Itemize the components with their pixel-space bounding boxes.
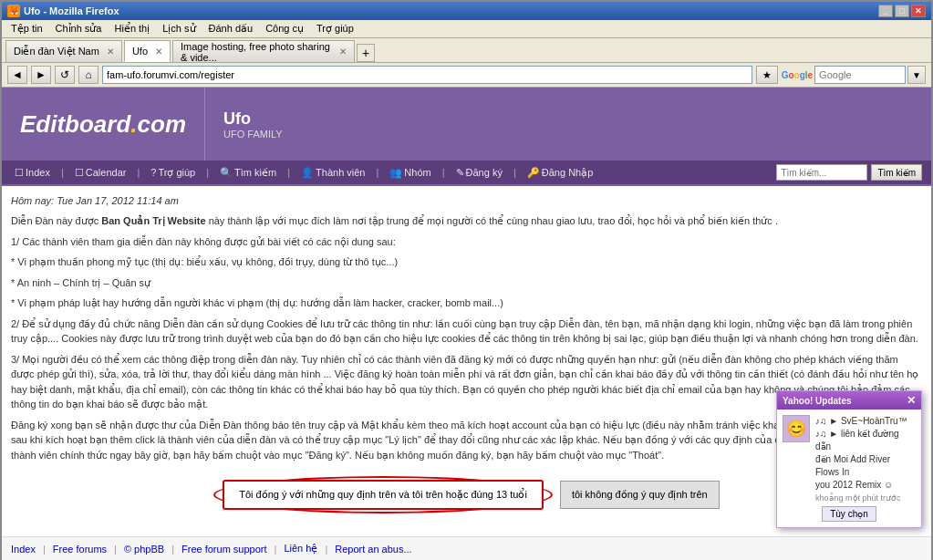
- footer: Index | Free forums | © phpBB | Free for…: [2, 536, 931, 560]
- refresh-button[interactable]: ↺: [55, 66, 75, 84]
- menu-file[interactable]: Tệp tin: [5, 22, 48, 36]
- footer-free-forums[interactable]: Free forums: [53, 544, 107, 555]
- forum-logo-area: Editboard.com: [2, 88, 204, 161]
- bookmark-button[interactable]: ★: [756, 66, 778, 84]
- browser-icon: 🦊: [7, 5, 20, 17]
- nav-calendar[interactable]: ☐ Calendar: [71, 165, 130, 181]
- close-button[interactable]: ✕: [911, 5, 926, 17]
- rule1-item1: * Vi phạm thuần phong mỹ tục (thị dụ: bi…: [11, 254, 922, 270]
- tab-bar: Diễn đàn Việt Nam ✕ Ufo ✕ Image hosting,…: [2, 38, 931, 63]
- accept-oval: Tôi đồng ý với những quy định trên và tô…: [213, 476, 553, 513]
- nav-groups[interactable]: 👥 Nhóm: [386, 165, 434, 181]
- forward-button[interactable]: ►: [31, 66, 51, 84]
- footer-report[interactable]: Report an abus...: [335, 544, 411, 555]
- rule2-text: 2/ Để sử dụng đầy đủ chức năng Diễn đàn …: [11, 316, 922, 347]
- page-wrapper: Editboard.com Ufo UFO FAMILY ☐ Index | ☐…: [2, 88, 931, 560]
- editboard-logo: Editboard.com: [20, 110, 186, 139]
- tab-2[interactable]: Image hosting, free photo sharing & vide…: [172, 40, 355, 62]
- nav-bar: ☐ Index | ☐ Calendar | ? Trợ giúp | 🔍 Tì…: [2, 161, 931, 186]
- date-line: Hôm nay: Tue Jan 17, 2012 11:14 am: [11, 195, 922, 206]
- tab-0-label: Diễn đàn Việt Nam: [14, 46, 99, 57]
- home-button[interactable]: ⌂: [78, 66, 98, 84]
- menu-bar: Tệp tin Chỉnh sửa Hiển thị Lịch sử Đánh …: [2, 20, 931, 38]
- tab-2-close[interactable]: ✕: [339, 47, 347, 57]
- nav-search-input[interactable]: [776, 164, 867, 181]
- tab-1[interactable]: Ufo ✕: [124, 40, 171, 62]
- google-logo: Google: [782, 70, 813, 80]
- accept-button[interactable]: Tôi đồng ý với những quy định trên và tô…: [223, 480, 544, 510]
- minimize-button[interactable]: _: [878, 5, 893, 17]
- footer-phpbb[interactable]: © phpBB: [124, 544, 164, 555]
- forum-name: Ufo: [223, 109, 283, 129]
- nav-help[interactable]: ? Trợ giúp: [147, 165, 199, 181]
- decline-button[interactable]: tôi không đồng ý quy định trên: [560, 481, 720, 509]
- tab-0[interactable]: Diễn đàn Việt Nam ✕: [5, 40, 122, 62]
- popup-header: Yahoo! Updates ✕: [777, 391, 921, 410]
- menu-view[interactable]: Hiển thị: [109, 22, 156, 36]
- yahoo-popup: Yahoo! Updates ✕ 😊 ♪♫ ► SvE~HoànTru™ ♪♫ …: [776, 390, 922, 528]
- nav-search-area: Tìm kiếm: [776, 164, 922, 181]
- nav-members[interactable]: 👤 Thành viên: [297, 165, 368, 181]
- tab-0-close[interactable]: ✕: [107, 47, 114, 57]
- address-input[interactable]: [102, 66, 752, 84]
- intro-text: Diễn Đàn này được Ban Quản Trị Website n…: [11, 213, 922, 229]
- footer-index[interactable]: Index: [11, 544, 36, 555]
- rule1-title: 1/ Các thành viên tham gia diễn đàn này …: [11, 234, 922, 250]
- footer-support[interactable]: Free forum support: [181, 544, 267, 555]
- popup-close-button[interactable]: ✕: [907, 394, 916, 407]
- maximize-button[interactable]: □: [895, 5, 909, 17]
- menu-tools[interactable]: Công cụ: [260, 22, 309, 36]
- tab-2-label: Image hosting, free photo sharing & vide…: [181, 41, 332, 63]
- footer-contact[interactable]: Liên hệ: [284, 543, 317, 555]
- new-tab-button[interactable]: +: [357, 44, 375, 62]
- forum-title-area: Ufo UFO FAMILY: [204, 88, 301, 161]
- search-input[interactable]: [814, 66, 906, 84]
- popup-title: Yahoo! Updates: [783, 396, 852, 406]
- nav-login[interactable]: 🔑 Đăng Nhập: [524, 165, 597, 181]
- popup-time: khoảng một phút trước: [815, 493, 916, 503]
- search-button[interactable]: ▼: [907, 66, 926, 84]
- tab-1-close[interactable]: ✕: [155, 47, 162, 57]
- nav-search[interactable]: 🔍 Tìm kiếm: [216, 165, 280, 181]
- back-button[interactable]: ◄: [7, 66, 27, 84]
- nav-search-button[interactable]: Tìm kiếm: [871, 164, 922, 181]
- tab-1-label: Ufo: [132, 46, 148, 57]
- rule1-item2: * An ninh – Chính trị – Quân sự: [11, 275, 922, 291]
- browser-title: Ufo - Mozilla Firefox: [24, 5, 119, 16]
- menu-help[interactable]: Trợ giúp: [311, 22, 359, 36]
- title-bar: 🦊 Ufo - Mozilla Firefox _ □ ✕: [2, 2, 931, 20]
- rule1-item3: * Vi phạm pháp luật hay hướng dẫn người …: [11, 296, 922, 311]
- popup-text: ♪♫ ► SvE~HoànTru™ ♪♫ ► liên kết đường dẫ…: [815, 415, 916, 492]
- menu-history[interactable]: Lịch sử: [157, 22, 201, 36]
- popup-options-button[interactable]: Tùy chọn: [822, 506, 876, 522]
- forum-header: Editboard.com Ufo UFO FAMILY: [2, 88, 931, 161]
- menu-edit[interactable]: Chỉnh sửa: [50, 22, 108, 36]
- popup-body: 😊 ♪♫ ► SvE~HoànTru™ ♪♫ ► liên kết đường …: [777, 410, 921, 527]
- nav-index[interactable]: ☐ Index: [11, 165, 54, 181]
- popup-avatar: 😊: [783, 415, 810, 442]
- menu-bookmarks[interactable]: Đánh dấu: [203, 22, 259, 36]
- popup-user: 😊 ♪♫ ► SvE~HoànTru™ ♪♫ ► liên kết đường …: [783, 415, 916, 503]
- address-bar: ◄ ► ↺ ⌂ ★ Google ▼: [2, 63, 931, 88]
- forum-subtitle: UFO FAMILY: [223, 129, 283, 140]
- nav-register[interactable]: ✎ Đăng ký: [452, 165, 506, 181]
